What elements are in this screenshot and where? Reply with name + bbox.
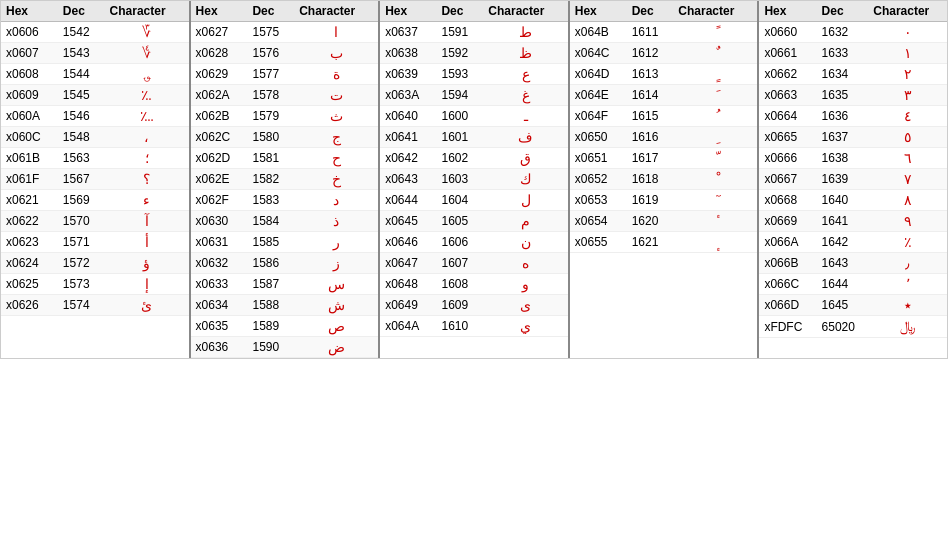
table-row: x06061542؆: [1, 22, 189, 43]
dec-cell: 1612: [627, 43, 674, 64]
char-cell: ٩: [868, 211, 947, 232]
dec-cell: 1637: [817, 127, 869, 148]
hex-cell: x0642: [380, 148, 436, 169]
table-row: x06471607ه: [380, 253, 568, 274]
hex-cell: x0631: [191, 232, 248, 253]
hex-cell: x063A: [380, 85, 436, 106]
section-3: Hex Dec Character x06371591طx06381592ظx0…: [380, 1, 570, 358]
dec-cell: 65020: [817, 316, 869, 338]
dec-cell: 1638: [817, 148, 869, 169]
table-row: x063A1594غ: [380, 85, 568, 106]
table-row: x06091545؉: [1, 85, 189, 106]
dec-cell: 1592: [436, 43, 483, 64]
col-char-5: Character: [868, 1, 947, 22]
char-cell: ؤ: [105, 253, 189, 274]
dec-cell: 1643: [817, 253, 869, 274]
table-row: x061F1567؟: [1, 169, 189, 190]
dec-cell: 1617: [627, 148, 674, 169]
hex-cell: x0643: [380, 169, 436, 190]
hex-cell: x064D: [570, 64, 627, 85]
hex-cell: x060C: [1, 127, 58, 148]
hex-cell: x0624: [1, 253, 58, 274]
dec-cell: 1620: [627, 211, 674, 232]
char-cell: ؈: [105, 64, 189, 85]
table-row: x06541620ٔ: [570, 211, 758, 232]
table-body-2: x06271575اx06281576بx06291577ةx062A1578ت…: [191, 22, 379, 358]
hex-cell: x0662: [759, 64, 816, 85]
char-cell: ٕ: [673, 232, 757, 253]
section-4: Hex Dec Character x064B1611ًx064C1612ٌx0…: [570, 1, 760, 358]
col-char-1: Character: [105, 1, 189, 22]
char-cell: ٪: [868, 232, 947, 253]
hex-cell: x0649: [380, 295, 436, 316]
hex-cell: x0634: [191, 295, 248, 316]
dec-cell: 1563: [58, 148, 105, 169]
table-row: x06291577ة: [191, 64, 379, 85]
dec-cell: 1601: [436, 127, 483, 148]
char-cell: ٔ: [673, 211, 757, 232]
table-row: x06411601ف: [380, 127, 568, 148]
table-row: x06661638٦: [759, 148, 947, 169]
table-row: x06321586ز: [191, 253, 379, 274]
table-row: x06261574ئ: [1, 295, 189, 316]
hex-cell: x0645: [380, 211, 436, 232]
hex-cell: x0655: [570, 232, 627, 253]
hex-cell: x0638: [380, 43, 436, 64]
hex-cell: x0625: [1, 274, 58, 295]
char-cell: ؊: [105, 106, 189, 127]
dec-cell: 1578: [247, 85, 294, 106]
char-cell: س: [294, 274, 378, 295]
dec-cell: 1621: [627, 232, 674, 253]
table-row: x06501616ِ: [570, 127, 758, 148]
dec-cell: 1544: [58, 64, 105, 85]
table-row: x066B1643٫: [759, 253, 947, 274]
char-cell: ْ: [673, 169, 757, 190]
dec-cell: 1602: [436, 148, 483, 169]
table-body-5: x06601632٠x06611633١x06621634٢x06631635٣…: [759, 22, 947, 338]
table-row: x064C1612ٌ: [570, 43, 758, 64]
dec-cell: 1603: [436, 169, 483, 190]
hex-cell: x0665: [759, 127, 816, 148]
char-cell: ٌ: [673, 43, 757, 64]
dec-cell: 1546: [58, 106, 105, 127]
col-char-2: Character: [294, 1, 378, 22]
dec-cell: 1574: [58, 295, 105, 316]
char-cell: ش: [294, 295, 378, 316]
hex-cell: x062C: [191, 127, 248, 148]
table-row: x06551621ٕ: [570, 232, 758, 253]
hex-cell: x0669: [759, 211, 816, 232]
table-row: x06601632٠: [759, 22, 947, 43]
hex-cell: x060A: [1, 106, 58, 127]
dec-cell: 1569: [58, 190, 105, 211]
hex-cell: x064A: [380, 316, 436, 337]
char-cell: ط: [483, 22, 567, 43]
table-row: x06491609ى: [380, 295, 568, 316]
dec-cell: 1640: [817, 190, 869, 211]
hex-cell: x0606: [1, 22, 58, 43]
col-hex-3: Hex: [380, 1, 436, 22]
hex-cell: x0652: [570, 169, 627, 190]
col-hex-5: Hex: [759, 1, 816, 22]
table-row: x06241572ؤ: [1, 253, 189, 274]
char-cell: ك: [483, 169, 567, 190]
col-hex-4: Hex: [570, 1, 627, 22]
char-cell: ٭: [868, 295, 947, 316]
char-cell: ث: [294, 106, 378, 127]
hex-cell: x0661: [759, 43, 816, 64]
char-cell: ﷼: [868, 316, 947, 338]
char-cell: ؟: [105, 169, 189, 190]
hex-cell: x0646: [380, 232, 436, 253]
col-dec-3: Dec: [436, 1, 483, 22]
table-row: x06651637٥: [759, 127, 947, 148]
dec-cell: 1645: [817, 295, 869, 316]
dec-cell: 1594: [436, 85, 483, 106]
hex-cell: x0660: [759, 22, 816, 43]
table-row: x062A1578ت: [191, 85, 379, 106]
char-cell: ر: [294, 232, 378, 253]
dec-cell: 1593: [436, 64, 483, 85]
table-row: x06681640٨: [759, 190, 947, 211]
char-cell: ع: [483, 64, 567, 85]
table-body-3: x06371591طx06381592ظx06391593عx063A1594غ…: [380, 22, 568, 337]
table-row: x061B1563؛: [1, 148, 189, 169]
char-cell: ء: [105, 190, 189, 211]
